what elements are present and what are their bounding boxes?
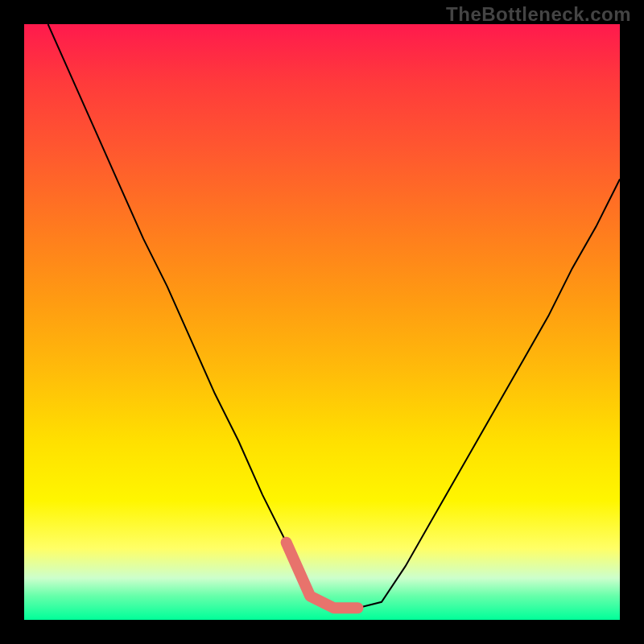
optimal-range-highlight <box>287 543 358 608</box>
chart-svg <box>24 24 620 620</box>
watermark-label: TheBottleneck.com <box>446 3 631 26</box>
plot-area <box>24 24 620 620</box>
bottleneck-curve <box>48 24 620 608</box>
chart-frame: TheBottleneck.com <box>0 0 644 644</box>
